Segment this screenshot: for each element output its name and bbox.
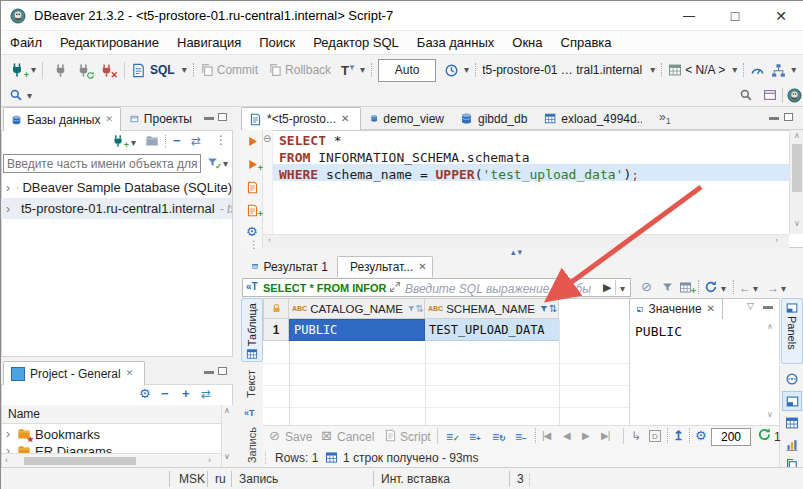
menu-navigation[interactable]: Навигация — [168, 35, 250, 50]
active-database-selector[interactable]: < N/A > — [685, 63, 725, 77]
value-scroll-down-icon[interactable]: ∨ — [767, 411, 773, 419]
next-row-icon[interactable]: ▶ — [582, 430, 590, 441]
prev-row-icon[interactable]: ◀ — [563, 430, 571, 441]
tree-item-sample-database[interactable]: › DBeaver Sample Database (SQLite) — [1, 177, 232, 198]
result2-tab-close-icon[interactable]: ✕ — [418, 262, 426, 272]
project-hscrollbar[interactable]: ‹ › — [2, 453, 221, 467]
filter-expand-icon[interactable] — [389, 281, 401, 293]
maximize-button[interactable]: □ — [712, 1, 758, 31]
scroll-down-icon[interactable]: ∨ — [224, 453, 230, 461]
project-link-icon[interactable]: ⇄ — [201, 388, 211, 400]
panels-tab[interactable]: Panels — [781, 298, 803, 364]
menu-search[interactable]: Поиск — [250, 35, 304, 50]
menu-file[interactable]: Файл — [1, 35, 51, 50]
tab-overflow-chevron[interactable]: »1 — [659, 110, 671, 126]
fold-collapse-icon[interactable]: ⊖ — [263, 134, 271, 144]
auto-commit-select[interactable] — [378, 59, 436, 82]
commit-button[interactable]: Commit — [217, 63, 258, 77]
fetch-size-input[interactable] — [711, 428, 751, 446]
project-tab-close-icon[interactable]: ✕ — [126, 369, 134, 378]
clear-filter-icon[interactable]: ⊘ — [641, 280, 652, 293]
refresh-results-icon[interactable] — [704, 280, 718, 294]
save-button[interactable]: Save — [285, 430, 312, 444]
editor-settings-gear-icon[interactable]: ⚙ — [246, 225, 258, 238]
sql-button[interactable]: SQL — [150, 63, 175, 77]
value-scroll-up-icon[interactable]: ∧ — [767, 323, 773, 331]
project-minimize-icon[interactable] — [204, 371, 214, 374]
value-tab-close-icon[interactable]: ✕ — [707, 304, 715, 314]
project-maximize-icon[interactable] — [218, 367, 227, 375]
column-sort-icon[interactable]: ⇅ — [416, 304, 424, 314]
tab-exload[interactable]: exload_4994d... — [537, 107, 649, 130]
tab-databases[interactable]: Базы данных ✕ — [3, 107, 121, 131]
value-content[interactable]: PUBLIC — [635, 324, 682, 339]
editor-minimize-icon[interactable] — [769, 117, 779, 120]
scroll-down-icon[interactable]: ∨ — [794, 220, 800, 228]
sql-dropdown-icon[interactable]: ▾ — [182, 65, 187, 75]
database-dropdown-icon[interactable]: ▾ — [732, 65, 737, 75]
expander-icon[interactable]: › — [6, 428, 10, 440]
tab-value[interactable]: Значение ✕ — [629, 298, 723, 319]
filter-history-dropdown-icon[interactable]: ▾ — [620, 284, 625, 294]
search-dropdown-icon[interactable]: ▾ — [27, 91, 32, 101]
goto-row-icon[interactable]: ↳ — [631, 429, 641, 443]
calc-panel-grid-icon[interactable] — [785, 416, 799, 430]
new-folder-icon[interactable] — [145, 134, 159, 148]
delete-row-icon[interactable]: ≡− — [515, 430, 527, 444]
tab-result-1[interactable]: Результат 1 — [245, 256, 335, 277]
menu-help[interactable]: Справка — [552, 35, 621, 50]
search-icon[interactable] — [9, 88, 23, 102]
cell-schema-name[interactable]: TEST_UPLOAD_DATA — [425, 319, 559, 341]
nav-back-arrow-icon[interactable]: ← — [739, 282, 751, 294]
close-button[interactable]: ✕ — [758, 1, 803, 31]
column-filter-icon[interactable] — [539, 304, 549, 314]
transaction-clock-icon[interactable] — [444, 63, 459, 78]
filter-config-icon[interactable]: ✓ — [206, 156, 219, 169]
object-filter-input[interactable] — [3, 154, 201, 173]
project-vscrollbar[interactable]: ∧ ∨ — [221, 405, 233, 467]
select-row-d-icon[interactable]: D — [649, 430, 661, 442]
filter-placeholder[interactable]: Введите SQL выражение чтобы — [405, 282, 591, 296]
side-tab-grid[interactable]: Таблица — [241, 298, 263, 362]
record-mode-tab[interactable]: Запись — [241, 425, 263, 467]
tab-project-general[interactable]: Project - General ✕ — [3, 361, 145, 385]
column-header-catalog-name[interactable]: ABC CATALOG_NAME ⇅ — [289, 298, 425, 319]
expander-icon[interactable]: › — [6, 182, 10, 194]
side-tab-text[interactable]: Текст «T — [241, 366, 263, 422]
dashboard-gauge-icon[interactable] — [750, 63, 765, 78]
commit-icon[interactable] — [200, 63, 214, 77]
column-sort-icon[interactable]: ⇅ — [549, 304, 557, 314]
cell-catalog-name[interactable]: PUBLIC — [289, 319, 425, 341]
reconnect-button[interactable] — [76, 63, 91, 78]
execute-script-icon[interactable] — [246, 181, 259, 194]
sql-editor-icon[interactable] — [131, 63, 146, 78]
expand-icon[interactable]: + — [182, 387, 190, 400]
tab-demo-view[interactable]: demo_view — [363, 107, 451, 130]
column-header-name[interactable]: Name — [8, 407, 40, 421]
menu-sql-editor[interactable]: Редактор SQL — [304, 35, 408, 50]
filter-dropdown-icon[interactable]: ▾ — [223, 159, 228, 169]
tab-gibdd-db[interactable]: gibdd_db — [453, 107, 535, 130]
connection-dropdown-icon[interactable]: ▾ — [650, 65, 655, 75]
rollback-button[interactable]: Rollback — [285, 63, 331, 77]
language-indicator[interactable]: ru — [215, 472, 226, 486]
new-connection-dropdown-icon[interactable]: ▾ — [31, 65, 36, 75]
transaction-dropdown-icon[interactable]: ▾ — [360, 65, 365, 75]
tab-sql-script[interactable]: *<t5-prosto... ✕ — [241, 107, 361, 130]
databases-tab-close-icon[interactable]: ✕ — [105, 115, 113, 124]
hscroll-thumb[interactable] — [24, 457, 136, 465]
sql-script-tab-close-icon[interactable]: ✕ — [341, 114, 349, 124]
nav-forward-arrow-icon[interactable]: → — [767, 282, 779, 294]
perspective-window-icon[interactable] — [763, 88, 777, 102]
scroll-right-icon[interactable]: › — [775, 236, 778, 245]
scroll-up-icon[interactable]: ∧ — [224, 407, 230, 415]
editor-results-sash[interactable]: ▴▾ — [511, 247, 524, 257]
rollback-icon[interactable] — [268, 63, 282, 77]
column-filter-icon[interactable] — [407, 304, 416, 314]
editor-vscrollbar[interactable]: ∧ ∨ — [789, 130, 803, 234]
link-with-editor-icon[interactable]: ⇄ — [191, 135, 201, 147]
scroll-up-icon[interactable]: ∧ — [794, 132, 800, 140]
new-connection-button[interactable]: + — [9, 62, 25, 78]
sidebar-new-connection-icon[interactable]: + — [111, 134, 125, 148]
minimize-button[interactable]: — — [666, 1, 712, 31]
